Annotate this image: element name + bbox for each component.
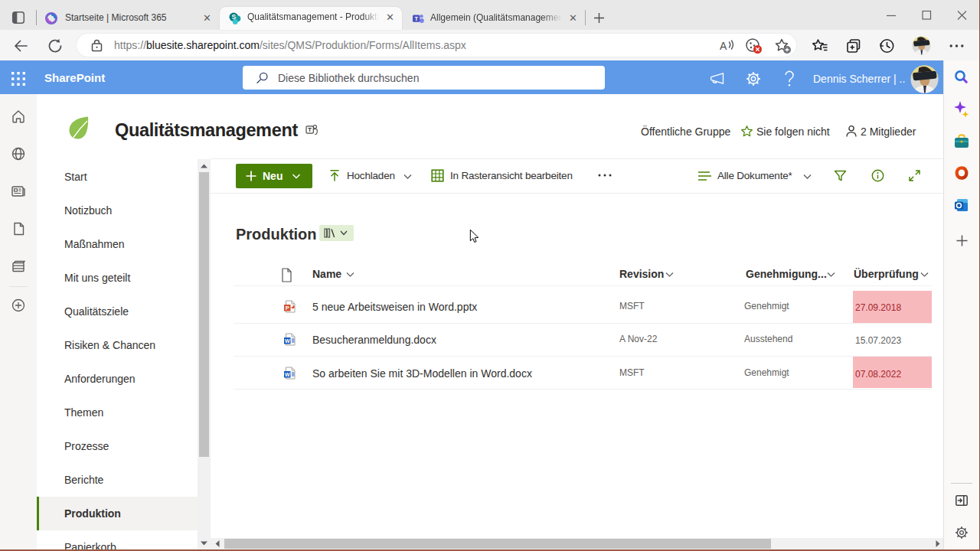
svg-text:S: S (232, 13, 237, 21)
svg-text:A: A (720, 40, 727, 52)
svg-text:T: T (414, 15, 418, 22)
svg-text:W: W (285, 372, 290, 377)
svg-text:P: P (286, 305, 289, 311)
svg-text:W: W (285, 338, 290, 344)
